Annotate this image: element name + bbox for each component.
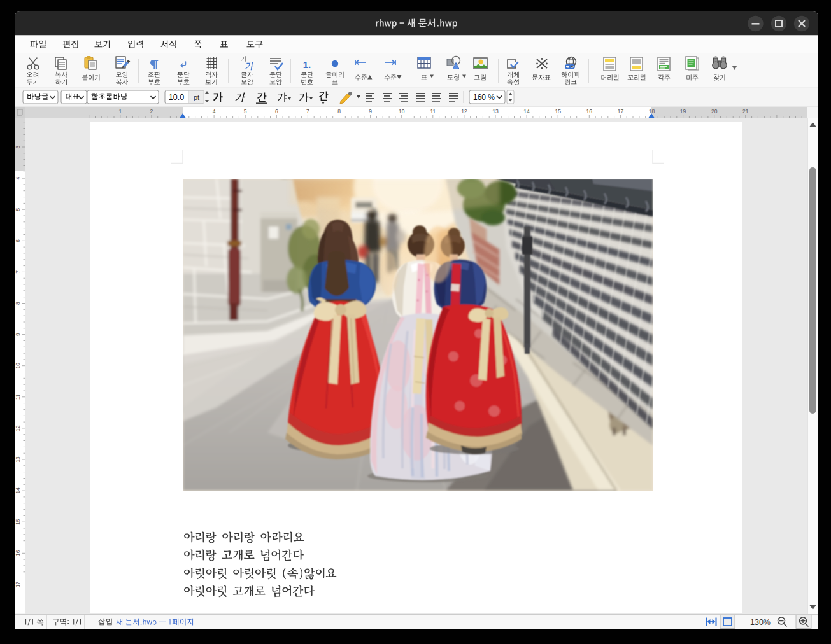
svg-text:13: 13 — [492, 108, 499, 115]
svg-text:7: 7 — [15, 270, 21, 274]
svg-text:20: 20 — [711, 108, 718, 115]
svg-text:5: 5 — [244, 108, 247, 115]
svg-text:9: 9 — [15, 333, 21, 336]
svg-text:13: 13 — [15, 456, 21, 463]
svg-text:21: 21 — [742, 108, 749, 115]
svg-text:6: 6 — [275, 108, 278, 115]
svg-text:3: 3 — [15, 145, 21, 148]
svg-text:7: 7 — [306, 108, 309, 115]
svg-text:4: 4 — [15, 176, 21, 179]
svg-text:6: 6 — [15, 239, 21, 242]
svg-text:12: 12 — [461, 108, 467, 115]
svg-text:14: 14 — [15, 487, 21, 494]
svg-text:17: 17 — [15, 581, 21, 587]
svg-text:16: 16 — [15, 550, 21, 556]
svg-text:5: 5 — [15, 208, 21, 211]
svg-text:1: 1 — [118, 108, 122, 115]
svg-text:10: 10 — [15, 363, 21, 369]
svg-text:pt: pt — [194, 94, 199, 101]
svg-text:9: 9 — [369, 108, 372, 115]
svg-text:11: 11 — [430, 108, 436, 115]
svg-text:11: 11 — [15, 394, 21, 400]
svg-text:10.0: 10.0 — [169, 93, 184, 102]
svg-text:8: 8 — [15, 302, 21, 305]
svg-text:10: 10 — [399, 108, 405, 115]
svg-text:15: 15 — [15, 519, 21, 525]
svg-text:4: 4 — [213, 108, 216, 115]
svg-text:18: 18 — [649, 108, 655, 115]
svg-text:19: 19 — [680, 108, 686, 115]
svg-text:14: 14 — [523, 108, 530, 115]
svg-text:2: 2 — [150, 108, 153, 115]
svg-text:16: 16 — [586, 108, 593, 115]
svg-text:17: 17 — [618, 108, 624, 115]
svg-text:15: 15 — [555, 108, 561, 115]
svg-text:12: 12 — [15, 425, 21, 431]
svg-text:1.: 1. — [303, 59, 311, 70]
svg-text:130%: 130% — [750, 618, 771, 627]
svg-text:8: 8 — [337, 108, 341, 115]
svg-text:160 %: 160 % — [473, 93, 495, 102]
